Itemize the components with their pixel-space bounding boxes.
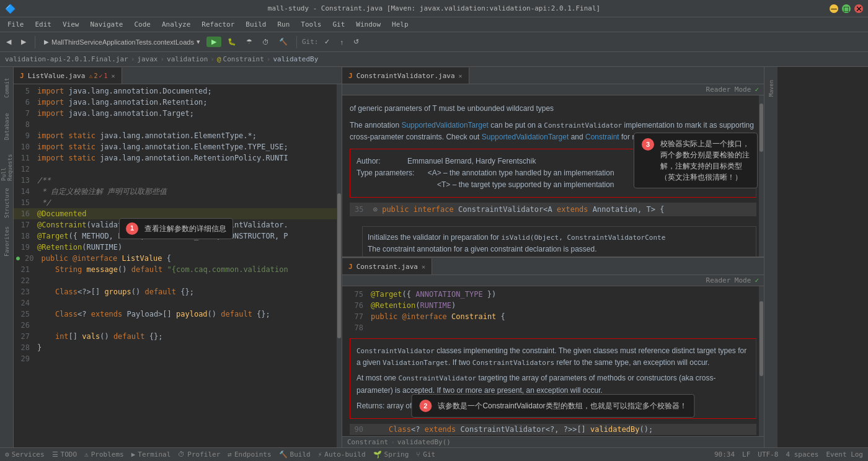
code-line-20: ● 20 public @interface ListValue {	[14, 253, 342, 264]
right-bottom-scroll-thumb[interactable]	[760, 301, 763, 376]
status-profiler[interactable]: ⏱ Profiler	[178, 450, 220, 459]
autobuild-icon: ⚡	[318, 450, 322, 459]
menu-view[interactable]: View	[58, 19, 84, 30]
right-top-scrollbar[interactable]	[759, 95, 764, 257]
code-line-13: 13 /**	[14, 175, 342, 186]
sidebar-item-structure[interactable]: Structure	[1, 185, 13, 222]
menu-file[interactable]: File	[2, 19, 29, 30]
sidebar-item-commit[interactable]: Commit	[1, 69, 13, 107]
todo-icon: ☰	[52, 450, 58, 459]
status-build[interactable]: 🔨 Build	[279, 450, 311, 459]
status-bar: ⚙ Services ☰ TODO ⚠ Problems ▶ Terminal …	[0, 447, 868, 461]
code-line-8: 8	[14, 119, 342, 130]
menu-git[interactable]: Git	[327, 19, 350, 30]
git-update-button[interactable]: ✓	[321, 37, 334, 47]
status-right: 90:34 LF UTF-8 4 spaces Event Log	[714, 450, 863, 459]
profiler-button[interactable]: ⏱	[259, 37, 273, 47]
menu-tools[interactable]: Tools	[296, 19, 326, 30]
annotation-bubble-3: 3 校验器实际上是一个接口，两个参数分别是要检验的注解，注解支持的目标类型（英文…	[634, 133, 758, 188]
forward-button[interactable]: ▶	[17, 37, 30, 47]
status-event-log[interactable]: Event Log	[826, 450, 863, 459]
status-endpoints[interactable]: ⇄ Endpoints	[228, 450, 271, 459]
doc-link-supportedvalidationtarget[interactable]: SupportedValidationTarget	[401, 121, 489, 130]
code-line-22: 22	[14, 275, 342, 286]
status-terminal[interactable]: ▶ Terminal	[131, 450, 171, 459]
sidebar-item-maven[interactable]: Maven	[765, 69, 777, 107]
annotation-num-3: 3	[642, 138, 654, 151]
menu-analyze[interactable]: Analyze	[157, 19, 195, 30]
inner-doc-text-2: The constraint annotation for a given co…	[368, 244, 751, 255]
git-push-button[interactable]: ↑	[336, 37, 347, 47]
code-line-24: 24	[14, 297, 342, 309]
build-button[interactable]: 🔨	[275, 37, 291, 47]
debug-button[interactable]: 🐛	[224, 37, 240, 47]
close-button[interactable]: ✕	[854, 4, 863, 13]
right-bottom-scrollbar[interactable]	[759, 286, 764, 436]
code-line-11: 11 import static java.lang.annotation.Re…	[14, 152, 342, 164]
maximize-button[interactable]: □	[842, 4, 851, 13]
bottom-code-lines: 75 @Target({ ANNOTATION_TYPE }) 76 @Rete…	[350, 289, 756, 333]
status-services[interactable]: ⚙ Services	[5, 450, 45, 459]
right-top-tab-close[interactable]: ✕	[459, 72, 463, 79]
menu-window[interactable]: Window	[351, 19, 386, 30]
run-config-dropdown[interactable]: ▶ MallThirdServiceApplicationTests.conte…	[40, 37, 204, 47]
left-tab-close[interactable]: ✕	[111, 72, 115, 79]
menu-navigate[interactable]: Navigate	[86, 19, 128, 30]
main-container: Commit Database Pull Requests Structure …	[0, 67, 868, 447]
bottom-doc-text-2: At most one ConstraintValidator targetin…	[356, 372, 750, 396]
status-spaces[interactable]: 4 spaces	[786, 450, 818, 459]
right-bottom-tab-constraint[interactable]: J Constraint.java ✕	[342, 258, 432, 274]
right-top-tab-constraintvalidator[interactable]: J ConstraintValidator.java ✕	[342, 68, 469, 84]
coverage-button[interactable]: ☂	[242, 37, 256, 47]
status-lf[interactable]: LF	[742, 450, 750, 459]
status-encoding[interactable]: UTF-8	[758, 450, 778, 459]
sidebar-item-pull-requests[interactable]: Pull Requests	[1, 146, 13, 183]
window-title: mall-study - Constraint.java [Maven: jav…	[268, 4, 600, 12]
menu-help[interactable]: Help	[387, 19, 414, 30]
status-problems[interactable]: ⚠ Problems	[84, 450, 124, 459]
doc-text-1: of generic parameters of T must be unbou…	[350, 103, 756, 115]
right-top-doc-area[interactable]: 3 校验器实际上是一个接口，两个参数分别是要检验的注解，注解支持的目标类型（英文…	[342, 95, 764, 257]
right-bottom-doc-area[interactable]: 75 @Target({ ANNOTATION_TYPE }) 76 @Rete…	[342, 286, 764, 436]
left-code-area[interactable]: 1 查看注解参数的详细信息 5 import java.lang.annotat…	[14, 84, 342, 447]
status-todo[interactable]: ☰ TODO	[52, 450, 78, 459]
right-panel: J ConstraintValidator.java ✕ Reader Mode…	[342, 67, 764, 447]
sidebar-item-database[interactable]: Database	[1, 108, 13, 145]
minimize-button[interactable]: ─	[830, 4, 838, 13]
sidebar-item-favorites[interactable]: Favorites	[1, 223, 13, 260]
menu-run[interactable]: Run	[272, 19, 294, 30]
left-scrollbar[interactable]	[337, 84, 342, 447]
breadcrumb-sep-1: ›	[131, 55, 135, 63]
code-line-7: 7 import java.lang.annotation.Target;	[14, 108, 342, 119]
code-line-27: 27 int[] vals() default {};	[14, 331, 342, 342]
status-position[interactable]: 90:34	[714, 450, 735, 459]
menu-edit[interactable]: Edit	[30, 19, 57, 30]
code-line-78: 78	[350, 322, 756, 333]
breadcrumb-validation[interactable]: validation	[167, 55, 208, 63]
left-tab-listvalue[interactable]: J ListValue.java ⚠ 2 ✓ 1 ✕	[14, 68, 122, 84]
window-controls: ─ □ ✕	[830, 4, 863, 13]
right-bottom-tab-bar: J Constraint.java ✕	[342, 258, 764, 275]
problems-icon: ⚠	[84, 450, 89, 459]
status-autobuild[interactable]: ⚡ Auto-build	[318, 450, 366, 459]
menu-refactor[interactable]: Refactor	[197, 19, 239, 30]
breadcrumb-javax[interactable]: javax	[137, 55, 157, 63]
right-sidebar: Maven	[764, 67, 777, 447]
status-git[interactable]: ⑂ Git	[416, 450, 435, 459]
back-button[interactable]: ◀	[2, 37, 15, 47]
breadcrumb-validatedby[interactable]: validatedBy	[273, 55, 318, 63]
doc-link-constraint[interactable]: Constraint	[585, 133, 619, 141]
run-button[interactable]: ▶	[206, 37, 221, 47]
breadcrumb-constraint[interactable]: @Constraint	[217, 55, 264, 63]
right-bottom-tab-close[interactable]: ✕	[422, 263, 425, 270]
left-scroll-thumb[interactable]	[337, 193, 341, 338]
annotation-bubble-1: 1 查看注解参数的详细信息	[119, 218, 233, 239]
git-history-button[interactable]: ↺	[350, 37, 363, 47]
right-top-scroll-thumb[interactable]	[760, 103, 763, 152]
doc-link-svt2[interactable]: SupportedValidationTarget	[482, 133, 569, 141]
right-pane-top: J ConstraintValidator.java ✕ Reader Mode…	[342, 67, 764, 258]
menu-code[interactable]: Code	[129, 19, 156, 30]
breadcrumb-jar[interactable]: validation-api-2.0.1.Final.jar	[5, 55, 128, 63]
menu-build[interactable]: Build	[241, 19, 271, 30]
status-spring[interactable]: 🌱 Spring	[373, 450, 409, 459]
